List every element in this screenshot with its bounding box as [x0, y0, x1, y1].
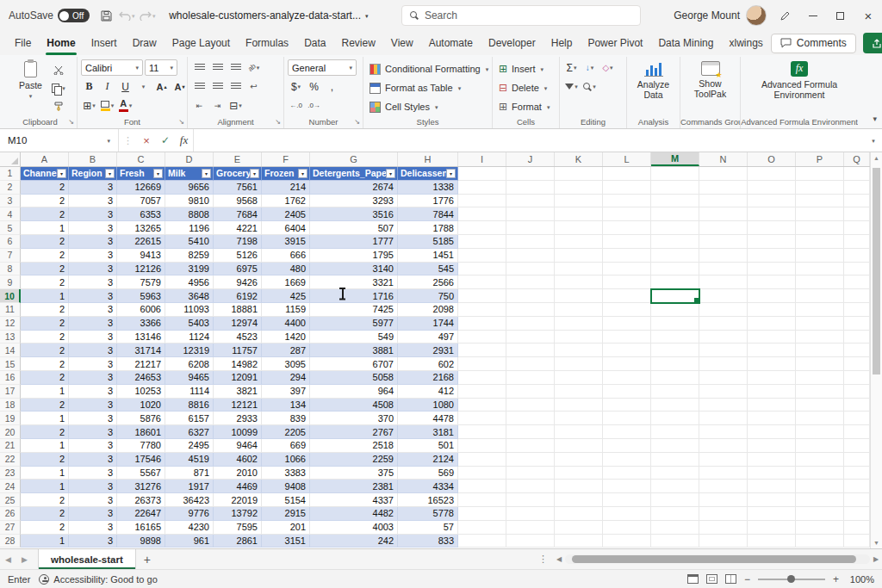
cell-A15[interactable]: 2	[21, 357, 69, 371]
cell-E15[interactable]: 14982	[214, 357, 262, 371]
cell-H8[interactable]: 545	[398, 263, 458, 276]
comma-button[interactable]: ,	[324, 78, 340, 95]
cell-B17[interactable]: 3	[69, 385, 117, 399]
cell-L6[interactable]	[603, 235, 651, 249]
cell-I3[interactable]	[458, 195, 506, 208]
row-header-25[interactable]: 25	[0, 493, 21, 507]
cell-H11[interactable]: 2098	[398, 303, 458, 317]
cell-A23[interactable]: 1	[21, 467, 69, 480]
column-header-N[interactable]: N	[699, 152, 748, 166]
cell-M28[interactable]	[651, 535, 699, 548]
cell-G12[interactable]: 5977	[310, 317, 398, 331]
cell-A7[interactable]: 2	[21, 249, 69, 263]
row-header-10[interactable]: 10	[0, 289, 21, 303]
clipboard-dialog-launcher[interactable]: ↘	[68, 119, 74, 126]
cell-C2[interactable]: 12669	[117, 181, 165, 195]
cell-H28[interactable]: 833	[398, 535, 458, 548]
cell-C27[interactable]: 16165	[117, 521, 165, 535]
cell-D12[interactable]: 5403	[165, 317, 214, 331]
column-header-G[interactable]: G	[310, 152, 398, 166]
cell-F14[interactable]: 287	[262, 344, 310, 357]
cell-G9[interactable]: 3321	[310, 275, 398, 289]
tab-help[interactable]: Help	[543, 33, 581, 53]
cell-D21[interactable]: 2495	[165, 439, 214, 453]
cell-D7[interactable]: 8259	[165, 249, 214, 263]
cell-D19[interactable]: 6157	[165, 412, 214, 425]
cell-E27[interactable]: 7595	[214, 521, 262, 535]
cell-B18[interactable]: 3	[69, 399, 117, 412]
cell-J14[interactable]	[506, 344, 555, 357]
cell-P23[interactable]	[796, 467, 844, 480]
cell-C8[interactable]: 12126	[117, 263, 165, 276]
cell-I4[interactable]	[458, 207, 506, 221]
cell-C14[interactable]: 31714	[117, 344, 165, 357]
vertical-scrollbar-thumb[interactable]	[873, 168, 880, 374]
cell-L18[interactable]	[603, 399, 651, 412]
cell-E22[interactable]: 4602	[214, 453, 262, 467]
cell-O3[interactable]	[748, 195, 796, 208]
cell-H6[interactable]: 5185	[398, 235, 458, 249]
cell-Q25[interactable]	[844, 493, 870, 507]
cell-F16[interactable]: 294	[262, 371, 310, 385]
row-header-1[interactable]: 1	[0, 167, 21, 181]
cell-D24[interactable]: 1917	[165, 480, 214, 493]
cell-E16[interactable]: 12091	[214, 371, 262, 385]
cell-N25[interactable]	[699, 493, 748, 507]
cell-J18[interactable]	[506, 399, 555, 412]
column-header-P[interactable]: P	[796, 152, 844, 166]
column-header-L[interactable]: L	[603, 152, 651, 166]
cell-M18[interactable]	[651, 399, 699, 412]
cell-A9[interactable]: 2	[21, 275, 69, 289]
cell-K16[interactable]	[555, 371, 603, 385]
cell-N18[interactable]	[699, 399, 748, 412]
cell-F25[interactable]: 5154	[262, 493, 310, 507]
cell-L22[interactable]	[603, 453, 651, 467]
cell-K17[interactable]	[555, 385, 603, 399]
cell-C15[interactable]: 21217	[117, 357, 165, 371]
cell-A21[interactable]: 1	[21, 439, 69, 453]
cell-I10[interactable]	[458, 289, 506, 303]
cell-N26[interactable]	[699, 507, 748, 521]
cell-N6[interactable]	[699, 235, 748, 249]
cell-C21[interactable]: 7780	[117, 439, 165, 453]
cell-J19[interactable]	[506, 412, 555, 425]
cell-O8[interactable]	[748, 263, 796, 276]
cell-E8[interactable]: 6975	[214, 263, 262, 276]
cell-P15[interactable]	[796, 357, 844, 371]
cell-F20[interactable]: 2205	[262, 425, 310, 439]
scroll-up-icon[interactable]: ▲	[871, 155, 882, 161]
cell-L14[interactable]	[603, 344, 651, 357]
select-all-corner[interactable]	[0, 152, 21, 166]
cell-C24[interactable]: 31276	[117, 480, 165, 493]
filter-dropdown-delicassen[interactable]: ▾	[446, 169, 456, 178]
tab-automate[interactable]: Automate	[421, 33, 481, 53]
cell-J7[interactable]	[506, 249, 555, 263]
cell-P14[interactable]	[796, 344, 844, 357]
cell-H17[interactable]: 412	[398, 385, 458, 399]
cell-P17[interactable]	[796, 385, 844, 399]
cell-J15[interactable]	[506, 357, 555, 371]
cell-M15[interactable]	[651, 357, 699, 371]
cell-M16[interactable]	[651, 371, 699, 385]
cell-F4[interactable]: 2405	[262, 207, 310, 221]
cell-O27[interactable]	[748, 521, 796, 535]
decrease-indent-button[interactable]: ⇤	[191, 97, 208, 114]
tab-xlwings[interactable]: xlwings	[721, 33, 770, 53]
cell-J22[interactable]	[506, 453, 555, 467]
cell-N5[interactable]	[699, 221, 748, 235]
cell-D26[interactable]: 9776	[165, 507, 214, 521]
cell-J13[interactable]	[506, 331, 555, 344]
cell-G24[interactable]: 2381	[310, 480, 398, 493]
cell-E20[interactable]: 10099	[214, 425, 262, 439]
cell-G15[interactable]: 6707	[310, 357, 398, 371]
cell-I18[interactable]	[458, 399, 506, 412]
column-header-A[interactable]: A	[21, 152, 69, 166]
cell-O26[interactable]	[748, 507, 796, 521]
cell-H18[interactable]: 1080	[398, 399, 458, 412]
cell-C13[interactable]: 13146	[117, 331, 165, 344]
cell-L2[interactable]	[603, 181, 651, 195]
cell-G25[interactable]: 4337	[310, 493, 398, 507]
cell-G13[interactable]: 549	[310, 331, 398, 344]
cell-H22[interactable]: 2124	[398, 453, 458, 467]
cell-C20[interactable]: 18601	[117, 425, 165, 439]
